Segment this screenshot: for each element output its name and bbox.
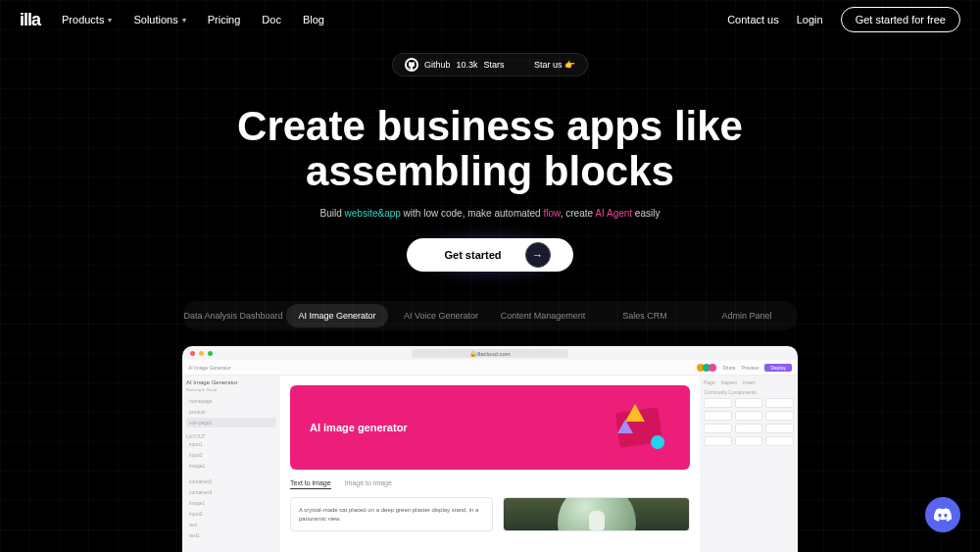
traffic-light-close — [190, 351, 195, 356]
rp-tab-inspect[interactable]: Inspect — [721, 379, 737, 385]
tab-data-analysis[interactable]: Data Analysis Dashboard — [182, 304, 284, 327]
logo[interactable]: illa — [20, 10, 40, 30]
outline-item[interactable]: text — [186, 520, 276, 529]
sub-mid2: , create — [561, 208, 596, 219]
mode-tabs: Text to image Image to image — [290, 479, 690, 489]
tab-sales-crm[interactable]: Sales CRM — [594, 304, 696, 327]
shape-circle-icon — [651, 435, 664, 449]
outline-item[interactable]: container2 — [186, 477, 276, 486]
left-panel-title: AI Image Generator — [186, 379, 276, 385]
nav-products-label: Products — [62, 14, 104, 25]
toolbar-title: AI Image Generator — [188, 365, 231, 371]
app-toolbar: AI Image Generator Share Preview Deploy — [182, 360, 798, 376]
traffic-light-zoom — [208, 351, 213, 356]
contact-link[interactable]: Contact us — [727, 14, 779, 25]
avatar-stack — [699, 364, 716, 372]
cat-shape — [589, 511, 605, 530]
tab-ai-image-generator[interactable]: AI Image Generator — [286, 304, 388, 327]
tab-ai-voice-generator[interactable]: AI Voice Generator — [390, 304, 492, 327]
app-area: AI Image Generator Running In Cloud home… — [182, 376, 798, 552]
arrow-right-icon: → — [525, 242, 551, 268]
get-started-free-button[interactable]: Get started for free — [841, 7, 960, 32]
traffic-light-minimize — [199, 351, 204, 356]
shape-triangle-icon — [617, 420, 633, 433]
result-image — [503, 497, 690, 531]
hero-subtitle: Build website&app with low code, make au… — [0, 208, 980, 219]
hero-line2: assembling blocks — [306, 148, 674, 194]
component-slot[interactable] — [765, 411, 794, 421]
preview-window: 🔒 illacloud.com AI Image Generator Share… — [182, 346, 798, 552]
nav-products[interactable]: Products ▾ — [62, 14, 112, 25]
get-started-button[interactable]: Get started → — [407, 238, 573, 272]
component-slot[interactable] — [735, 436, 763, 446]
component-slot[interactable] — [704, 398, 732, 408]
component-slot[interactable] — [704, 424, 732, 433]
page-item-subpage[interactable]: sub-page1 — [186, 418, 276, 427]
component-slot[interactable] — [704, 411, 732, 421]
card-title: AI image generator — [310, 422, 408, 433]
app-title-small: AI Image Generator — [188, 365, 231, 371]
layout-item[interactable]: input2 — [186, 450, 276, 460]
cta-label: Get started — [444, 249, 501, 261]
github-label: Github — [424, 60, 451, 70]
sub-suffix: easily — [632, 208, 660, 219]
outline-item[interactable]: image1 — [186, 498, 276, 508]
outline-item[interactable]: container3 — [186, 487, 276, 497]
discord-fab[interactable] — [925, 497, 960, 532]
lock-icon: 🔒 — [469, 350, 476, 357]
component-row — [704, 411, 794, 421]
right-panel-tabs: Page Inspect Insert — [704, 379, 794, 385]
avatar — [709, 364, 716, 372]
nav-solutions[interactable]: Solutions ▾ — [133, 14, 185, 25]
github-pill[interactable]: Github 10.3k Stars Star us 👉 — [392, 53, 588, 76]
nav-blog[interactable]: Blog — [303, 14, 324, 25]
component-slot[interactable] — [765, 424, 794, 433]
right-panel: Page Inspect Insert Commonly Components — [700, 376, 798, 552]
preview-button[interactable]: Preview — [742, 365, 760, 371]
hero: Create business apps like assembling blo… — [0, 104, 980, 272]
url-text: illacloud.com — [476, 351, 511, 357]
page-item-homepage[interactable]: homepage — [186, 396, 276, 406]
nav-right: Contact us Login Get started for free — [727, 7, 960, 32]
components-label: Commonly Components — [704, 389, 794, 395]
component-slot[interactable] — [735, 424, 763, 433]
tab-image-to-image[interactable]: Image to image — [345, 479, 392, 489]
component-slot[interactable] — [765, 436, 794, 446]
outline-item[interactable]: text1 — [186, 530, 276, 540]
nav-solutions-label: Solutions — [133, 14, 177, 25]
rp-tab-page[interactable]: Page — [704, 379, 715, 385]
hero-line1: Create business apps like — [237, 103, 743, 149]
chevron-down-icon: ▾ — [182, 16, 186, 25]
share-button[interactable]: Share — [722, 365, 735, 371]
star-us-label: Star us 👉 — [534, 60, 575, 70]
component-slot[interactable] — [704, 436, 732, 446]
left-panel-subtitle: Running In Cloud — [186, 387, 276, 392]
prompt-row: A crystal-made cat placed on a deep gree… — [290, 497, 690, 531]
component-slot[interactable] — [735, 398, 763, 408]
rp-tab-insert[interactable]: Insert — [743, 379, 756, 385]
component-slot[interactable] — [765, 398, 794, 408]
tab-admin-panel[interactable]: Admin Panel — [696, 304, 798, 327]
hero-card: AI image generator — [290, 385, 690, 470]
layout-item[interactable]: input1 — [186, 439, 276, 449]
nav-doc[interactable]: Doc — [262, 14, 281, 25]
tab-text-to-image[interactable]: Text to image — [290, 479, 331, 489]
tab-content-management[interactable]: Content Management — [492, 304, 594, 327]
toolbar-right: Share Preview Deploy — [699, 364, 792, 372]
login-link[interactable]: Login — [797, 14, 823, 25]
component-row — [704, 424, 794, 433]
sub-prefix: Build — [320, 208, 345, 219]
deploy-button[interactable]: Deploy — [764, 364, 792, 372]
hero-title: Create business apps like assembling blo… — [0, 104, 980, 194]
outline-item[interactable]: input2 — [186, 509, 276, 519]
layout-item[interactable]: image1 — [186, 461, 276, 471]
demo-tabs: Data Analysis Dashboard AI Image Generat… — [182, 301, 798, 330]
github-stats: Github 10.3k Stars — [405, 58, 505, 72]
component-slot[interactable] — [735, 411, 763, 421]
left-panel: AI Image Generator Running In Cloud home… — [182, 376, 280, 552]
prompt-input[interactable]: A crystal-made cat placed on a deep gree… — [290, 497, 493, 531]
nav-pricing[interactable]: Pricing — [208, 14, 241, 25]
decorative-shapes — [602, 398, 670, 457]
sub-mid1: with low code, make automated — [401, 208, 544, 219]
page-item-product[interactable]: product — [186, 407, 276, 417]
